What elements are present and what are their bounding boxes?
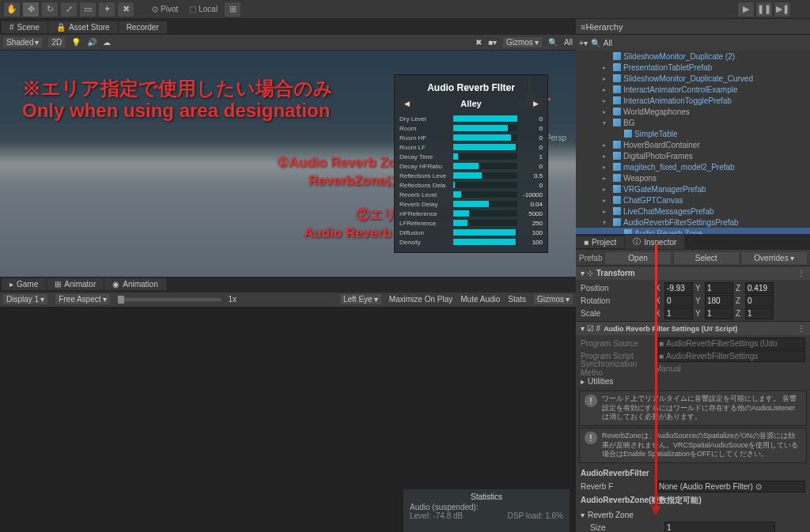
- local-toggle[interactable]: ⬚ Local: [184, 5, 222, 13]
- reverb-filter-field[interactable]: None (Audio Reverb Filter) ⊙: [655, 481, 805, 492]
- prefab-select[interactable]: Select: [674, 252, 739, 264]
- tools-icon[interactable]: ✖: [475, 38, 482, 47]
- filter-row[interactable]: Room0: [399, 124, 543, 133]
- pivot-toggle[interactable]: ⊙ Pivot: [147, 5, 183, 13]
- filter-panel-title: Audio Reverb FIlter: [399, 80, 543, 96]
- pause-button[interactable]: ❚❚: [755, 2, 773, 17]
- filter-row[interactable]: Reverb Delay0.04: [399, 200, 543, 209]
- tab-animation[interactable]: ◉ Animation: [104, 278, 165, 290]
- overlay-title-jp: ※エリア指定で使用したい場合のみ: [22, 76, 333, 101]
- rot-y[interactable]: [705, 295, 733, 307]
- tab-project[interactable]: ■ Project: [576, 236, 624, 248]
- camera-icon[interactable]: ■▾: [488, 38, 497, 47]
- preset-prev[interactable]: ◀: [399, 98, 414, 109]
- hierarchy-item[interactable]: ▸SlideshowMonitor_Duplicate_Curved: [576, 73, 810, 84]
- hierarchy-item[interactable]: ▸WorldMegaphones: [576, 106, 810, 117]
- filter-row[interactable]: Reverb Level-10000: [399, 191, 543, 199]
- tab-animator[interactable]: ⊞ Animator: [47, 278, 104, 290]
- scene-tabs: # Scene 🔒 Asset Store Recorder: [0, 19, 576, 35]
- move-tool[interactable]: ✥: [22, 2, 40, 17]
- filter-row[interactable]: Reflections Dela0: [399, 181, 543, 190]
- tab-recorder[interactable]: Recorder: [119, 21, 167, 33]
- gizmos-dropdown[interactable]: Gizmos ▾: [503, 37, 542, 47]
- tab-inspector[interactable]: ⓘ Inspector: [625, 235, 684, 249]
- hierarchy-toolbar: +▾ 🔍All: [576, 35, 810, 51]
- hierarchy-item[interactable]: ▸InteractAnimationTogglePrefab: [576, 95, 810, 106]
- rect-tool[interactable]: ▭: [79, 2, 97, 17]
- scale-z[interactable]: [745, 308, 774, 319]
- preset-next[interactable]: ▶: [528, 98, 543, 109]
- filter-row[interactable]: LFReference250: [399, 219, 543, 228]
- display-dropdown[interactable]: Display 1 ▾: [3, 294, 47, 304]
- scale-tool[interactable]: ⤢: [60, 2, 78, 17]
- size-field[interactable]: [664, 522, 775, 532]
- scene-viewport[interactable]: Persp ※エリア指定で使用したい場合のみ Only when using a…: [0, 51, 576, 277]
- hierarchy-list[interactable]: SlideshowMonitor_Duplicate (2)▸Presentat…: [576, 51, 810, 234]
- perspective-label[interactable]: Persp: [546, 134, 566, 142]
- hierarchy-item[interactable]: ▸InteractAnimatorControlExample: [576, 84, 810, 95]
- transform-header[interactable]: ▾ ⊹ Transform⋮: [576, 266, 810, 280]
- filter-row[interactable]: Diffusion100: [399, 228, 543, 237]
- reverb-zone-foldout[interactable]: ▾ Reverb Zone: [581, 508, 805, 521]
- hierarchy-item[interactable]: SlideshowMonitor_Duplicate (2): [576, 51, 810, 62]
- pos-y[interactable]: [705, 282, 733, 294]
- hierarchy-item[interactable]: ▸ChatGPTCanvas: [576, 194, 810, 206]
- transform-tool[interactable]: ✦: [98, 2, 115, 17]
- search-all[interactable]: All: [564, 38, 573, 47]
- custom-tool[interactable]: ✖: [117, 2, 134, 17]
- play-button[interactable]: ▶: [737, 2, 755, 17]
- eye-dropdown[interactable]: Left Eye ▾: [340, 294, 381, 304]
- rotate-tool[interactable]: ↻: [41, 2, 59, 17]
- hierarchy-item[interactable]: Audio Reverb Zone: [576, 228, 810, 234]
- snap-toggle[interactable]: ⊞: [224, 2, 241, 17]
- hierarchy-item[interactable]: ▸PresentationTabletPrefab: [576, 62, 810, 73]
- script-header[interactable]: ▾ ☑ # Audio Reverb Filter Settings (U# S…: [576, 321, 810, 335]
- hierarchy-item[interactable]: ▸magitech_fixed_model2_Prefab: [576, 161, 810, 172]
- aspect-dropdown[interactable]: Free Aspect ▾: [55, 294, 109, 304]
- hierarchy-item[interactable]: ▸VRGateManagerPrefab: [576, 183, 810, 194]
- hand-tool[interactable]: ✋: [3, 2, 21, 17]
- step-button[interactable]: ▶❚: [774, 2, 791, 17]
- 2d-toggle[interactable]: 2D: [48, 37, 65, 47]
- game-toolbar: Display 1 ▾ Free Aspect ▾ 1x Left Eye ▾ …: [0, 292, 576, 307]
- hierarchy-item[interactable]: ▸DigitalPhotoFrames: [576, 150, 810, 161]
- lighting-icon[interactable]: 💡: [71, 38, 81, 47]
- fx-icon[interactable]: ☁: [103, 38, 111, 47]
- audio-icon[interactable]: 🔊: [87, 38, 97, 47]
- filter-row[interactable]: Decay Time1: [399, 153, 543, 161]
- filter-row[interactable]: Dry Level0: [399, 115, 543, 123]
- filter-row[interactable]: HFReference5000: [399, 209, 543, 218]
- prefab-open[interactable]: Open: [605, 252, 670, 264]
- tab-scene[interactable]: # Scene: [2, 21, 47, 33]
- filter-row[interactable]: Room LF0: [399, 143, 543, 152]
- hierarchy-item[interactable]: ▸HoverBoardContainer: [576, 139, 810, 150]
- prefab-overrides[interactable]: Overrides ▾: [742, 252, 807, 264]
- pos-x[interactable]: [664, 282, 693, 294]
- hierarchy-item[interactable]: SimpleTable: [576, 128, 810, 139]
- create-dropdown[interactable]: +▾: [579, 39, 588, 47]
- filter-row[interactable]: Density100: [399, 238, 543, 247]
- hierarchy-item[interactable]: ▾AudioReverbFilterSettingsPrefab: [576, 217, 810, 228]
- rot-x[interactable]: [664, 295, 693, 307]
- pos-z[interactable]: [745, 282, 774, 294]
- filter-row[interactable]: Room HF0: [399, 134, 543, 142]
- hierarchy-item[interactable]: ▸Weapons: [576, 172, 810, 183]
- tab-asset-store[interactable]: 🔒 Asset Store: [48, 21, 118, 33]
- tab-game[interactable]: ▸ Game: [2, 278, 46, 290]
- shading-mode[interactable]: Shaded ▾: [3, 37, 42, 47]
- hierarchy-header: ≡ Hierarchy: [576, 19, 810, 35]
- scale-y[interactable]: [705, 308, 733, 319]
- game-gizmos[interactable]: Gizmos ▾: [534, 294, 573, 304]
- rot-z[interactable]: [745, 295, 774, 307]
- hierarchy-item[interactable]: ▸LiveChatMessagesPrefab: [576, 206, 810, 217]
- filter-row[interactable]: Decay HFRatio0: [399, 162, 543, 171]
- mute-toggle[interactable]: Mute Audio: [460, 295, 500, 304]
- filter-row[interactable]: Reflections Leve0.5: [399, 172, 543, 180]
- maximize-toggle[interactable]: Maximize On Play: [389, 295, 453, 304]
- scale-slider[interactable]: [118, 298, 221, 301]
- reverb-filter-panel: Audio Reverb FIlter ◀ Alley ▶ Dry Level0…: [394, 74, 548, 253]
- stats-panel: Statistics Audio (suspended): Level: -74…: [403, 489, 570, 532]
- stats-toggle[interactable]: Stats: [508, 295, 526, 304]
- scale-x[interactable]: [664, 308, 693, 319]
- hierarchy-item[interactable]: ▾BG: [576, 117, 810, 128]
